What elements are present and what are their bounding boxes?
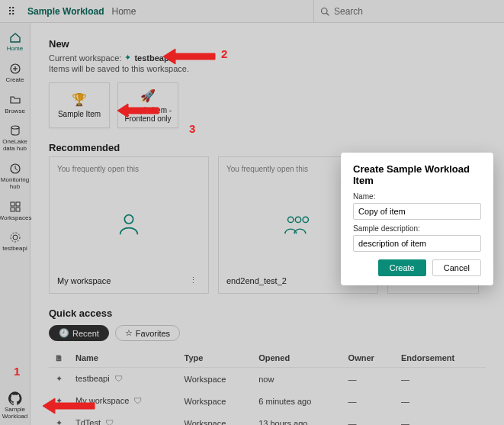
- new-section-title: New: [49, 38, 486, 50]
- plus-circle-icon: [8, 62, 22, 76]
- table-row[interactable]: ✦ TdTest 🛡 Workspace 13 hours ago — —: [49, 412, 486, 425]
- annotation-2-arrow: [163, 47, 217, 68]
- table-row[interactable]: ✦ testbeapi 🛡 Workspace now — —: [49, 368, 486, 391]
- col-opened[interactable]: Opened: [252, 349, 342, 368]
- svg-line-8: [15, 169, 18, 170]
- breadcrumb-home[interactable]: Home: [111, 6, 136, 17]
- nav-home[interactable]: Home: [0, 26, 30, 57]
- row-endorsement: —: [395, 412, 486, 425]
- svg-point-0: [322, 8, 328, 14]
- svg-line-1: [326, 13, 329, 15]
- sensitivity-icon: 🛡: [105, 418, 114, 425]
- row-name: testbeapi: [75, 374, 110, 383]
- pill-label: Recent: [72, 329, 99, 338]
- col-icon: 🗎: [49, 349, 69, 368]
- pill-recent[interactable]: 🕘Recent: [49, 325, 109, 341]
- quick-access-filters: 🕘Recent ☆Favorites: [49, 325, 486, 341]
- workspaces-icon: [8, 200, 22, 214]
- row-opened: 6 minutes ago: [252, 390, 342, 412]
- annotation-3-arrow: [117, 102, 160, 121]
- quick-access-title: Quick access: [49, 307, 486, 319]
- workspace-row-icon: ✦: [49, 368, 69, 391]
- sensitivity-icon: 🛡: [114, 374, 123, 383]
- nav-label: Browse: [5, 108, 25, 115]
- recommended-card[interactable]: You frequently open this My workspace ⋮: [49, 156, 209, 294]
- nav-monitoring[interactable]: Monitoring hub: [0, 157, 30, 195]
- row-name: TdTest: [75, 418, 101, 425]
- row-type: Workspace: [178, 368, 253, 391]
- nav-testbeapi[interactable]: testbeapi: [0, 226, 30, 257]
- svg-rect-11: [11, 208, 14, 211]
- svg-marker-19: [43, 398, 95, 414]
- row-opened: now: [252, 368, 342, 391]
- row-opened: 13 hours ago: [252, 412, 342, 425]
- create-button[interactable]: Create: [378, 259, 426, 276]
- nav-label: Home: [7, 46, 23, 53]
- svg-rect-10: [16, 202, 20, 206]
- col-endorsement[interactable]: Endorsement: [395, 349, 486, 368]
- row-type: Workspace: [178, 390, 253, 412]
- table-row[interactable]: ✦ My workspace 🛡 Workspace 6 minutes ago…: [49, 390, 486, 412]
- svg-point-5: [11, 126, 19, 129]
- nav-create[interactable]: Create: [0, 57, 30, 89]
- github-icon: [8, 391, 22, 405]
- nav-label: testbeapi: [2, 246, 27, 253]
- app-launcher-icon[interactable]: ⠿: [0, 5, 23, 18]
- quick-access-table: 🗎 Name Type Opened Owner Endorsement ✦ t…: [49, 349, 486, 425]
- frequently-label: You frequently open this: [57, 165, 201, 173]
- col-name[interactable]: Name: [69, 349, 178, 368]
- dialog-title: Create Sample Workload Item: [353, 163, 481, 186]
- desc-input[interactable]: [353, 235, 481, 252]
- nav-label: OneLake data hub: [0, 139, 30, 153]
- row-endorsement: —: [395, 368, 486, 391]
- name-label: Name:: [353, 192, 481, 201]
- card-more-icon[interactable]: ⋮: [186, 275, 201, 285]
- nav-sample-workload[interactable]: Sample Workload: [0, 387, 30, 425]
- trophy-icon: 🏆: [72, 92, 87, 107]
- folder-icon: [8, 93, 22, 107]
- save-hint: Items will be saved to this workspace.: [49, 64, 486, 73]
- nav-label: Monitoring hub: [0, 177, 30, 191]
- svg-point-17: [295, 217, 300, 222]
- recommended-card-title: My workspace: [57, 276, 111, 285]
- create-item-dialog: Create Sample Workload Item Name: Sample…: [341, 153, 493, 285]
- nav-label: Workspaces: [0, 215, 31, 222]
- users-icon: [281, 211, 315, 239]
- current-workspace-label: Current workspace:: [49, 53, 121, 63]
- top-bar: ⠿ Sample Workload Home: [0, 0, 504, 23]
- recommended-card-title: end2end_test_2: [226, 276, 287, 285]
- desc-label: Sample description:: [353, 224, 481, 233]
- col-type[interactable]: Type: [178, 349, 253, 368]
- row-type: Workspace: [178, 412, 253, 425]
- nav-workspaces[interactable]: Workspaces: [0, 195, 30, 227]
- col-owner[interactable]: Owner: [342, 349, 395, 368]
- monitor-icon: [8, 162, 22, 175]
- star-icon: ☆: [125, 328, 133, 338]
- pill-favorites[interactable]: ☆Favorites: [115, 325, 180, 341]
- card-label: Sample Item: [58, 110, 101, 118]
- recommended-title: Recommended: [49, 142, 486, 153]
- current-workspace-line: Current workspace: ✦ testbeapi: [49, 53, 486, 63]
- card-sample-item[interactable]: 🏆 Sample Item: [49, 82, 110, 128]
- name-input[interactable]: [353, 203, 481, 220]
- svg-point-16: [288, 217, 294, 222]
- app-title: Sample Workload: [27, 6, 104, 17]
- svg-point-14: [11, 233, 20, 242]
- svg-marker-20: [163, 49, 215, 64]
- cancel-button[interactable]: Cancel: [432, 259, 481, 276]
- search-input[interactable]: [334, 6, 498, 17]
- global-search[interactable]: [313, 0, 504, 22]
- svg-rect-9: [11, 202, 14, 206]
- row-owner: —: [342, 368, 395, 391]
- search-icon: [320, 7, 329, 16]
- pill-label: Favorites: [136, 329, 170, 338]
- svg-marker-21: [117, 104, 159, 118]
- nav-browse[interactable]: Browse: [0, 89, 30, 120]
- svg-point-13: [13, 235, 18, 240]
- nav-onelake[interactable]: OneLake data hub: [0, 119, 30, 157]
- workspace-badge-icon: ✦: [124, 53, 131, 63]
- annotation-1-label: 1: [14, 365, 20, 378]
- annotation-3-label: 3: [189, 122, 195, 135]
- svg-point-15: [124, 215, 133, 224]
- svg-rect-12: [16, 208, 20, 211]
